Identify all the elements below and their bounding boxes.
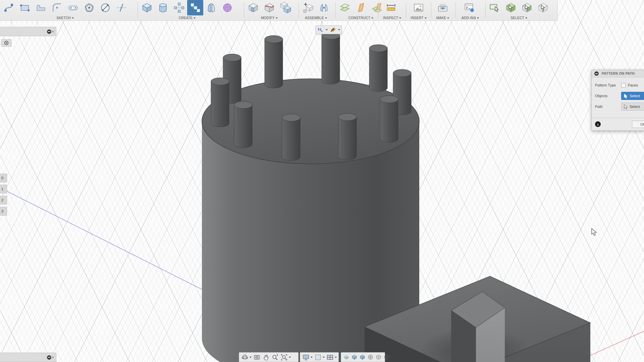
toolbar-group-label-construct[interactable]: CONSTRUCT <box>337 16 385 20</box>
timeline-expand-chevron-icon[interactable] <box>52 356 54 359</box>
select-edge-button[interactable] <box>535 0 551 15</box>
path-select-value: Select <box>630 105 640 109</box>
vs-shaded-edges-button[interactable] <box>351 353 358 362</box>
toolbar-group-label-select[interactable]: SELECT <box>487 16 551 20</box>
vs-wireframe-button[interactable] <box>375 353 382 362</box>
timeline-collapsed-bar[interactable] <box>0 353 56 362</box>
browser-expand-chevron-icon[interactable] <box>52 30 54 33</box>
create-form-button[interactable] <box>219 0 235 15</box>
pin-body-7[interactable] <box>234 101 252 148</box>
pattern-type-dropdown[interactable]: Faces <box>621 83 638 87</box>
pin-body-8[interactable] <box>282 114 300 161</box>
path-select-button[interactable]: Select <box>621 103 644 111</box>
browser-index-tab-2[interactable]: 2 <box>0 196 7 204</box>
vs-wireframe-hidden-button[interactable] <box>367 353 374 362</box>
fit-button[interactable] <box>280 353 291 362</box>
display-settings-button[interactable] <box>302 353 313 362</box>
viewports-button[interactable] <box>326 353 337 362</box>
pin-body-2[interactable] <box>211 78 229 127</box>
vs-shaded-hidden-button[interactable] <box>359 353 366 362</box>
mouse-cursor-icon <box>591 228 597 236</box>
vs-wireframe-icon <box>375 354 382 360</box>
press-pull-button[interactable] <box>245 0 261 15</box>
rectangular-pattern-button[interactable] <box>171 0 187 15</box>
browser-collapsed-bar[interactable] <box>0 27 56 36</box>
offset-plane-button[interactable] <box>337 0 353 15</box>
zoom-button[interactable] <box>271 353 279 362</box>
sketch-profile-button[interactable] <box>33 0 49 15</box>
section-arrow-button[interactable] <box>330 26 340 33</box>
toolbar-divider <box>431 2 431 18</box>
timeline-collapse-icon[interactable] <box>47 355 51 360</box>
vs-shaded-edges-icon <box>351 354 358 360</box>
toolbar-group-label-sketch[interactable]: SKETCH <box>1 16 129 20</box>
joint-dimension-button[interactable] <box>317 26 328 33</box>
insert-image-button[interactable] <box>411 0 427 15</box>
circle-diameter-button[interactable] <box>97 0 113 15</box>
joint-button[interactable] <box>316 0 332 15</box>
fillet-button[interactable] <box>261 0 277 15</box>
pin-body-4[interactable] <box>322 32 340 84</box>
browser-index-tab-3[interactable]: 3 <box>0 207 7 216</box>
box-button[interactable] <box>139 0 155 15</box>
toolbar-group-label-make[interactable]: MAKE <box>435 16 451 20</box>
navbar-group-1 <box>239 352 299 362</box>
toolbar-group-label-modify[interactable]: MODIFY <box>245 16 293 20</box>
cursor-outline-icon <box>624 104 628 109</box>
vs-shaded-button[interactable] <box>342 353 350 362</box>
browser-collapse-icon[interactable] <box>47 29 51 34</box>
pin-body-10[interactable] <box>380 96 398 142</box>
toolbar-group-label-insert[interactable]: INSERT <box>411 16 427 20</box>
cylinder-button[interactable] <box>155 0 171 15</box>
toolbar-group-label-create[interactable]: CREATE <box>139 16 235 20</box>
vs-shaded-icon <box>343 354 350 360</box>
dialog-header[interactable]: PATTERN ON PATH <box>592 70 644 77</box>
polygon-button[interactable] <box>81 0 97 15</box>
joint-dimension-icon <box>317 26 324 33</box>
browser-index-tab-1[interactable]: 1 <box>0 185 7 193</box>
print-3d-button[interactable] <box>435 0 451 15</box>
toolbar-group-label-assemble[interactable]: ASSEMBLE <box>300 16 332 20</box>
grid-settings-button[interactable] <box>314 353 325 362</box>
sketch-fillet-icon <box>51 2 63 13</box>
pin-body-9[interactable] <box>338 113 357 160</box>
slot-button[interactable] <box>65 0 81 15</box>
scripts-addins-icon <box>464 2 475 13</box>
vs-wireframe-visible-icon <box>383 354 390 360</box>
faces-checkbox-icon <box>621 83 626 87</box>
sketch-fillet-button[interactable] <box>49 0 65 15</box>
plane-at-angle-button[interactable] <box>353 0 369 15</box>
toolbar-divider <box>138 2 138 18</box>
chevron-down-icon <box>323 357 325 358</box>
spline-button[interactable] <box>1 0 17 15</box>
toolbar-group-addins: ADD-INS <box>462 0 478 21</box>
measure-button[interactable] <box>383 0 399 15</box>
pan-button[interactable] <box>262 353 270 362</box>
toolbar-group-label-inspect[interactable]: INSPECT <box>383 16 399 20</box>
ok-button[interactable]: OK <box>632 121 644 128</box>
joint-icon <box>318 2 330 13</box>
objects-select-button[interactable]: Select <box>621 92 644 100</box>
combine-button[interactable] <box>277 0 293 15</box>
dialog-collapse-icon[interactable] <box>594 71 599 76</box>
look-at-button[interactable] <box>253 353 261 362</box>
select-body-button[interactable] <box>503 0 519 15</box>
midplane-button[interactable] <box>369 0 385 15</box>
zoom-icon <box>271 354 279 361</box>
new-component-button[interactable] <box>300 0 316 15</box>
origin-visibility-chip[interactable] <box>1 39 11 47</box>
pin-body-3[interactable] <box>265 36 283 88</box>
rectangle-button[interactable] <box>17 0 33 15</box>
orbit-button[interactable] <box>240 353 252 362</box>
mirror-button[interactable] <box>203 0 219 15</box>
info-icon[interactable]: i <box>595 121 601 127</box>
vs-wireframe-visible-button[interactable] <box>383 353 390 362</box>
toolbar-group-label-addins[interactable]: ADD-INS <box>462 16 478 20</box>
window-select-button[interactable] <box>487 0 503 15</box>
pattern-on-path-button[interactable] <box>187 0 203 15</box>
pin-body-5[interactable] <box>369 45 387 92</box>
scripts-addins-button[interactable] <box>462 0 478 15</box>
select-face-button[interactable] <box>519 0 535 15</box>
trim-button[interactable] <box>113 0 129 15</box>
browser-index-tab-0[interactable]: 0 <box>0 174 7 182</box>
